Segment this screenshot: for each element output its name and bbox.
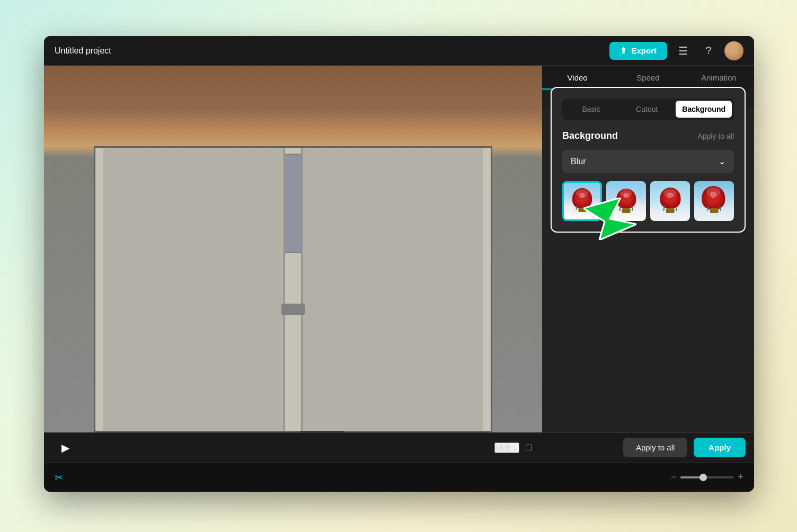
background-title: Background xyxy=(562,130,618,141)
popup-tab-background-label: Background xyxy=(682,105,725,113)
aspect-ratio-label: 16:9 xyxy=(495,444,510,452)
green-arrow-svg xyxy=(583,198,636,240)
zoom-in-icon: + xyxy=(738,472,743,482)
thumbnail-item-3[interactable] xyxy=(650,181,690,221)
chevron-down-icon: ⌄ xyxy=(719,156,725,166)
popup-tab-basic-label: Basic xyxy=(582,105,600,113)
upload-icon: ⬆ xyxy=(620,46,627,56)
cursor-arrow xyxy=(583,198,636,242)
tab-video-label: Video xyxy=(568,73,588,82)
scissors-icon: ✂ xyxy=(55,471,64,484)
thumb-balloon-4 xyxy=(702,186,725,209)
avatar-image xyxy=(724,41,743,60)
svg-marker-0 xyxy=(583,198,636,240)
thumb-balloon-3 xyxy=(660,188,680,208)
fullscreen-icon: □ xyxy=(526,442,532,453)
menu-icon: ☰ xyxy=(678,45,688,57)
popup-tab-background[interactable]: Background xyxy=(676,101,732,118)
popup-tab-cutout-label: Cutout xyxy=(636,105,658,113)
zoom-out-button[interactable]: − xyxy=(671,472,677,483)
thumb-basket-3 xyxy=(666,208,675,213)
right-panel: Video Speed Animation Basic Cutout xyxy=(542,66,754,462)
bottom-toolbar: Apply to all Apply xyxy=(542,432,754,462)
tab-animation[interactable]: Animation xyxy=(684,66,754,90)
popup-panel: Basic Cutout Background Background Apply… xyxy=(551,87,746,233)
thumb-logo-4 xyxy=(711,192,716,198)
header: Untitled project ⬆ Export ☰ ? xyxy=(44,36,754,66)
video-controls: ▶ 16:9 ⌄ □ xyxy=(44,432,542,462)
app-window: Untitled project ⬆ Export ☰ ? xyxy=(44,36,754,492)
blur-overlay xyxy=(44,66,542,432)
timeline-bar: ✂ − + xyxy=(44,462,754,492)
thumbnail-grid xyxy=(562,181,734,221)
apply-button[interactable]: Apply xyxy=(694,438,746,457)
apply-to-all-button[interactable]: Apply to all xyxy=(623,438,687,457)
background-section-header: Background Apply to all xyxy=(562,130,734,141)
thumb-scene-4 xyxy=(694,181,734,221)
popup-tab-bar: Basic Cutout Background xyxy=(562,99,734,120)
popup-tab-cutout[interactable]: Cutout xyxy=(620,101,674,118)
thumb-scene-3 xyxy=(650,181,690,221)
chevron-down-icon: ⌄ xyxy=(512,444,518,452)
zoom-in-button[interactable]: + xyxy=(738,472,743,483)
video-area: ▶ 16:9 ⌄ □ xyxy=(44,66,542,462)
help-icon: ? xyxy=(705,45,711,57)
aspect-ratio-selector[interactable]: 16:9 ⌄ xyxy=(494,442,519,453)
tab-animation-label: Animation xyxy=(701,73,737,82)
popup-tab-basic[interactable]: Basic xyxy=(564,101,618,118)
thumb-logo-3 xyxy=(668,193,672,198)
thumb-basket-4 xyxy=(710,208,719,213)
export-label: Export xyxy=(631,46,657,55)
menu-button[interactable]: ☰ xyxy=(674,41,693,60)
video-scene xyxy=(44,66,542,432)
thumbnail-item-4[interactable] xyxy=(694,181,734,221)
background-type-dropdown[interactable]: Blur ⌄ xyxy=(562,150,734,173)
popup-apply-all-link[interactable]: Apply to all xyxy=(698,132,734,140)
play-icon: ▶ xyxy=(61,441,69,454)
play-button[interactable]: ▶ xyxy=(55,437,76,458)
header-left: Untitled project xyxy=(55,46,111,56)
fullscreen-button[interactable]: □ xyxy=(526,442,532,453)
zoom-slider-fill xyxy=(680,476,702,478)
zoom-slider-thumb[interactable] xyxy=(699,474,707,481)
tab-speed[interactable]: Speed xyxy=(613,66,683,90)
project-title: Untitled project xyxy=(55,46,111,56)
zoom-out-icon: − xyxy=(671,472,677,482)
video-info: 16:9 ⌄ □ xyxy=(494,442,532,453)
video-preview xyxy=(44,66,542,432)
help-button[interactable]: ? xyxy=(699,41,718,60)
tab-video[interactable]: Video xyxy=(542,66,613,90)
zoom-slider[interactable] xyxy=(680,476,733,478)
avatar[interactable] xyxy=(724,41,743,60)
main-content: ▶ 16:9 ⌄ □ Video xyxy=(44,66,754,462)
zoom-controls: − + xyxy=(671,472,743,483)
header-right: ⬆ Export ☰ ? xyxy=(609,41,743,60)
tab-speed-label: Speed xyxy=(636,73,659,82)
dropdown-value: Blur xyxy=(571,157,586,166)
export-button[interactable]: ⬆ Export xyxy=(609,42,667,60)
